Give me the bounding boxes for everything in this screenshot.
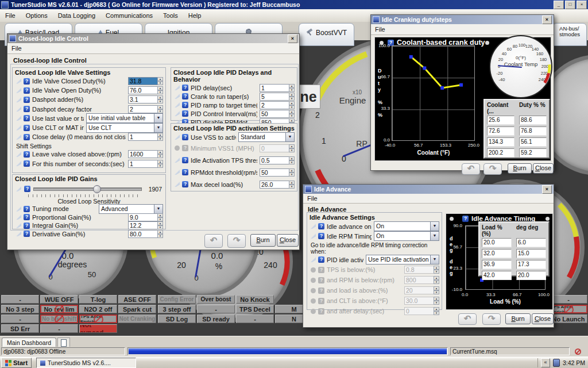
spin-down-icon[interactable]: [289, 105, 295, 109]
dashpot-decay-spinner[interactable]: 2: [128, 105, 163, 113]
dialog-close-icon[interactable]: [288, 34, 297, 43]
max-decel-spinner[interactable]: 26.0: [260, 181, 295, 189]
crank-taper-spinner[interactable]: 5: [260, 93, 295, 101]
spin-up-icon[interactable]: [157, 105, 163, 109]
pid-interval-spinner[interactable]: 50: [260, 110, 295, 118]
spin-down-icon[interactable]: [157, 225, 163, 229]
spin-up-icon[interactable]: [289, 118, 295, 122]
undo-button[interactable]: [462, 163, 480, 175]
spin-down-icon[interactable]: [157, 137, 163, 141]
tuning-mode-dropdown[interactable]: Advanced: [99, 204, 163, 214]
spin-down-icon[interactable]: [289, 172, 295, 177]
close-button[interactable]: ×: [577, 1, 587, 9]
use-last-value-dropdown[interactable]: Use initial value table: [86, 113, 163, 123]
start-button[interactable]: Start: [1, 358, 32, 368]
spin-up-icon[interactable]: [157, 77, 163, 81]
idle-valve-open-duty-spinner[interactable]: 76.0: [128, 86, 163, 94]
dashpot-adder-spinner[interactable]: 3.1: [128, 95, 163, 103]
dialog-menu-file[interactable]: File: [11, 45, 22, 52]
tray-collapse-button[interactable]: «: [541, 358, 550, 367]
proportional-gain-spinner[interactable]: 9.0: [128, 213, 163, 221]
spin-down-icon[interactable]: [289, 97, 295, 101]
sensitivity-slider[interactable]: [33, 187, 142, 191]
close-delay-spinner[interactable]: 1: [128, 133, 163, 141]
window-menu-file[interactable]: File: [307, 195, 318, 202]
burn-button[interactable]: Burn: [250, 234, 276, 247]
pid-ramp-spinner[interactable]: 2: [260, 101, 295, 109]
menu-communications[interactable]: Communications: [100, 12, 158, 19]
redo-button[interactable]: [483, 163, 502, 175]
pid-delay-spinner[interactable]: 1: [260, 84, 295, 92]
window-title-bar[interactable]: Idle Advance: [303, 185, 554, 194]
idle-valve-closed-duty-spinner[interactable]: 31.8: [128, 77, 163, 85]
minimize-button[interactable]: _: [554, 1, 564, 9]
menu-help[interactable]: Help: [183, 12, 207, 19]
close-button[interactable]: Close: [277, 234, 299, 247]
burn-button[interactable]: Burn: [508, 163, 532, 174]
spin-up-icon[interactable]: [157, 230, 163, 234]
rpmdot-threshold-spinner[interactable]: 50: [260, 168, 295, 177]
spin-up-icon[interactable]: [289, 168, 295, 172]
pid-idle-activates-dropdown[interactable]: Use PID idle activation: [366, 255, 439, 264]
spin-up-icon[interactable]: [289, 181, 295, 185]
window-title-bar[interactable]: Idle Cranking duty/steps: [371, 15, 554, 24]
tps-threshold-spinner[interactable]: 0.5: [260, 156, 295, 164]
chevron-down-icon[interactable]: [154, 205, 163, 213]
chevron-down-icon[interactable]: [154, 114, 163, 122]
maximize-button[interactable]: □: [565, 1, 575, 9]
redo-button[interactable]: [227, 234, 246, 248]
crank-plot-area[interactable]: [392, 45, 475, 141]
spin-down-icon[interactable]: [157, 99, 163, 103]
spin-up-icon[interactable]: [289, 101, 295, 105]
dialog-title-bar[interactable]: Closed-loop Idle Control: [7, 34, 299, 43]
undo-button[interactable]: [458, 313, 477, 325]
spin-down-icon[interactable]: [157, 90, 163, 94]
redo-button[interactable]: [482, 313, 501, 325]
menu-file[interactable]: File: [0, 12, 21, 19]
spin-down-icon[interactable]: [157, 164, 163, 168]
spin-up-icon[interactable]: [289, 110, 295, 114]
idle-rpm-timing-dropdown[interactable]: On: [374, 231, 439, 241]
spin-down-icon[interactable]: [157, 234, 163, 238]
close-button[interactable]: Close: [532, 313, 554, 324]
tab-boost-vvt[interactable]: BoostVVT: [299, 23, 354, 46]
window-close-icon[interactable]: [542, 185, 552, 194]
spin-up-icon[interactable]: [157, 95, 163, 99]
spin-down-icon[interactable]: [289, 88, 295, 92]
spin-down-icon[interactable]: [157, 109, 163, 113]
tab-main-dashboard[interactable]: Main Dashboard: [2, 338, 56, 347]
spin-up-icon[interactable]: [157, 133, 163, 137]
integral-gain-spinner[interactable]: 12.2: [128, 221, 163, 229]
derivative-gain-spinner[interactable]: 80.0: [128, 230, 163, 238]
clt-mat-dropdown[interactable]: Use CLT: [86, 123, 163, 133]
chevron-down-icon[interactable]: [430, 222, 439, 231]
chevron-down-icon[interactable]: [285, 133, 294, 141]
spin-down-icon[interactable]: [289, 114, 295, 118]
leave-valve-closed-spinner[interactable]: 1600: [128, 150, 163, 158]
spin-down-icon[interactable]: [157, 81, 163, 85]
undo-button[interactable]: [204, 234, 223, 248]
close-button[interactable]: Close: [533, 163, 554, 174]
help-icon[interactable]: [462, 216, 469, 222]
idle-advance-on-dropdown[interactable]: On: [374, 221, 439, 231]
spin-up-icon[interactable]: [157, 160, 163, 164]
window-menu-file[interactable]: File: [375, 26, 385, 33]
menu-options[interactable]: Options: [21, 12, 53, 19]
spin-up-icon[interactable]: [289, 93, 295, 97]
spin-down-icon[interactable]: [289, 160, 295, 164]
window-close-icon[interactable]: [542, 16, 552, 24]
spin-up-icon[interactable]: [157, 150, 163, 154]
spin-up-icon[interactable]: [289, 84, 295, 88]
chevron-down-icon[interactable]: [430, 232, 439, 240]
spin-up-icon[interactable]: [157, 213, 163, 217]
spin-up-icon[interactable]: [289, 156, 295, 160]
taskbar-tunerstudio-button[interactable]: TunerStudio MS v2.6....: [36, 358, 136, 368]
menu-data-logging[interactable]: Data Logging: [53, 12, 100, 19]
slider-thumb[interactable]: [93, 185, 101, 193]
burn-button[interactable]: Burn: [505, 313, 531, 324]
spin-up-icon[interactable]: [157, 86, 163, 90]
tray-status-icon[interactable]: [553, 359, 560, 367]
chevron-down-icon[interactable]: [154, 124, 163, 132]
chevron-down-icon[interactable]: [430, 255, 439, 264]
tab-canbus-testmodes[interactable]: AN-bus/stmodes: [552, 23, 587, 46]
